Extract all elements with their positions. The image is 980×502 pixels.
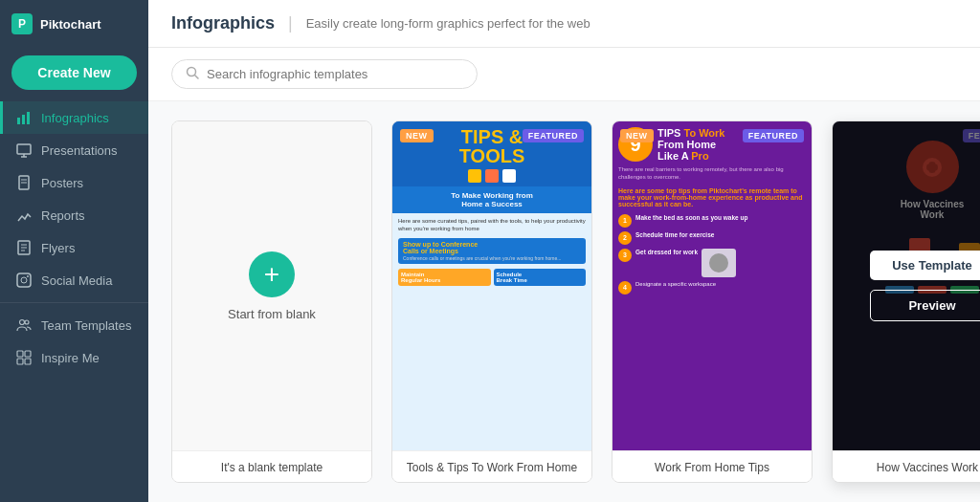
svg-rect-19 xyxy=(25,351,31,357)
sidebar-item-reports[interactable]: Reports xyxy=(0,199,148,231)
use-template-button[interactable]: Use Template xyxy=(430,251,554,280)
sidebar-item-posters[interactable]: Posters xyxy=(0,166,148,199)
header-divider: | xyxy=(288,13,293,33)
blank-card-image: + Start from blank xyxy=(172,121,371,450)
template-label: Tools & Tips To Work From Home xyxy=(407,461,577,474)
start-from-blank-label: Start from blank xyxy=(228,307,316,321)
sidebar-logo: P Piktochart xyxy=(0,0,148,48)
template-label: Work From Home Tips xyxy=(655,461,769,474)
logo-label: Piktochart xyxy=(40,17,101,32)
preview-button[interactable]: Preview xyxy=(870,290,980,321)
flyers-icon xyxy=(16,240,32,255)
svg-rect-0 xyxy=(17,118,20,124)
template-card-blank[interactable]: + Start from blank It's a blank template xyxy=(171,120,372,483)
svg-rect-1 xyxy=(22,115,25,124)
preview-button[interactable]: Preview xyxy=(650,290,774,321)
header-subtitle: Easily create long-form graphics perfect… xyxy=(306,16,590,31)
card-image-area: TIPS & TOOLS To Make Working fromHome a … xyxy=(392,121,591,450)
create-new-button[interactable]: Create New xyxy=(11,55,137,90)
reports-icon xyxy=(16,207,32,223)
inspire-me-icon xyxy=(16,350,32,365)
card-footer: Tools & Tips To Work From Home xyxy=(392,450,591,482)
svg-point-16 xyxy=(20,320,25,325)
svg-rect-2 xyxy=(27,112,30,124)
main-content: Infographics | Easily create long-form g… xyxy=(148,0,980,502)
sidebar-item-label: Presentations xyxy=(41,143,118,158)
template-card-tips-tools[interactable]: TIPS & TOOLS To Make Working fromHome a … xyxy=(391,120,592,483)
sidebar-item-label: Inspire Me xyxy=(41,351,100,365)
sidebar-item-presentations[interactable]: Presentations xyxy=(0,134,148,166)
svg-point-14 xyxy=(21,277,27,283)
sidebar-item-inspire-me[interactable]: Inspire Me xyxy=(0,341,148,374)
sidebar: P Piktochart Create New Infographics xyxy=(0,0,148,502)
card-footer: How Vaccines Work 2 xyxy=(833,450,980,482)
templates-grid: + Start from blank It's a blank template… xyxy=(171,120,957,483)
presentations-icon xyxy=(16,142,32,158)
team-templates-icon xyxy=(16,317,32,333)
svg-rect-20 xyxy=(17,359,23,364)
sidebar-item-label: Social Media xyxy=(41,273,112,288)
sidebar-item-label: Posters xyxy=(41,176,83,190)
search-icon xyxy=(186,66,199,82)
sidebar-item-label: Team Templates xyxy=(41,318,131,333)
svg-point-17 xyxy=(25,320,29,324)
preview-button[interactable]: Preview xyxy=(430,290,554,321)
svg-rect-21 xyxy=(25,359,31,364)
svg-rect-3 xyxy=(17,144,31,154)
hover-overlay: Use Template Preview xyxy=(833,121,980,450)
template-card-wfh[interactable]: 9 TIPS To WorkFrom HomeLike A Pro There … xyxy=(612,120,813,483)
svg-rect-13 xyxy=(17,273,31,287)
sidebar-item-social-media[interactable]: Social Media xyxy=(0,264,148,296)
posters-icon xyxy=(16,175,32,190)
infographics-icon xyxy=(16,110,32,125)
sidebar-item-flyers[interactable]: Flyers xyxy=(0,231,148,264)
use-template-button[interactable]: Use Template xyxy=(650,251,774,280)
search-bar xyxy=(148,48,980,101)
blank-plus-icon: + xyxy=(249,251,295,297)
sidebar-item-label: Flyers xyxy=(41,241,75,255)
search-input-wrap[interactable] xyxy=(171,59,478,89)
search-input[interactable] xyxy=(207,67,463,81)
sidebar-item-label: Reports xyxy=(41,208,85,223)
template-label: It's a blank template xyxy=(221,461,323,474)
sidebar-item-label: Infographics xyxy=(41,111,109,125)
social-media-icon xyxy=(16,273,32,288)
sidebar-item-team-templates[interactable]: Team Templates xyxy=(0,309,148,341)
card-image-area: 9 TIPS To WorkFrom HomeLike A Pro There … xyxy=(612,121,812,450)
use-template-button[interactable]: Use Template xyxy=(870,251,980,280)
page-title: Infographics xyxy=(171,13,275,33)
sidebar-item-infographics[interactable]: Infographics xyxy=(0,101,148,134)
template-card-vaccines[interactable]: How VaccinesWork xyxy=(832,120,980,483)
sidebar-nav: Infographics Presentations Posters xyxy=(0,101,148,502)
svg-line-23 xyxy=(195,76,199,79)
page-header: Infographics | Easily create long-form g… xyxy=(148,0,980,48)
template-label: How Vaccines Work 2 xyxy=(877,461,980,474)
nav-divider xyxy=(0,302,148,303)
svg-point-15 xyxy=(27,275,29,277)
card-footer: Work From Home Tips xyxy=(612,450,812,482)
templates-area: + Start from blank It's a blank template… xyxy=(148,101,980,502)
card-footer: It's a blank template xyxy=(172,450,371,482)
logo-icon: P xyxy=(11,13,33,34)
svg-rect-18 xyxy=(17,351,23,357)
card-image-area: How VaccinesWork xyxy=(833,121,980,450)
